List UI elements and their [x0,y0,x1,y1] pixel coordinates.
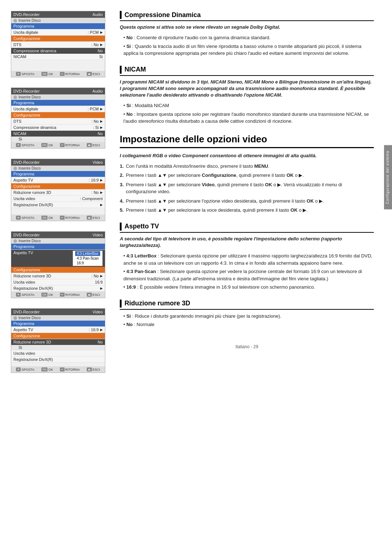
dvd-header-4: DVD-Recorder Video [11,232,105,238]
dvd-row-config-1: Configurazione [11,36,105,42]
section-riduzione: Riduzione rumore 3D Si : Riduce i distur… [120,300,374,328]
dvd-row-divx-4: Registrazione DivX(R) ▶ [11,285,105,292]
dvd-sub-label-1: Inserire Disco [19,19,41,23]
dvd-spacer-1 [11,60,105,71]
dvd-row-uscita-1: Uscita digitale : PCM ▶ [11,29,105,36]
dvd-row-config-4: Configurazione [11,267,105,273]
dvd-row-riduzione-4: Riduzione rumore 3D : No ▶ [11,273,105,279]
disc-icon-2 [13,95,17,99]
dvd-screen-2: DVD-Recorder Audio Inserire Disco Progra… [11,88,105,149]
dvd-option-si-2: Si [11,137,105,142]
dvd-footer-1: ✦ SPOSTA OK OK ↩ RITORNA ⏏ ESCI [11,71,105,77]
nicam-bullet-no: No : Impostare questa opzione solo per r… [120,111,374,125]
dvd-row-programma-5: Programma [11,321,105,327]
nicam-title: NICAM [120,66,374,76]
aspetto-option-letterbox: 4:3 LetterBox [75,251,100,256]
dvd-mode-2: Audio [93,89,103,93]
dvd-spacer-3 [11,208,105,215]
video-step-2: 2. Premere i tasti ▲▼ per selezionare Co… [120,172,374,179]
aspetto-bullet-panscan: 4:3 Pan-Scan : Selezionare questa opzion… [120,268,374,282]
section-nicam: NICAM I programmi NICAM si dividono in 3… [120,66,374,125]
dvd-title-3: DVD-Recorder [13,160,40,164]
dvd-spacer-5 [11,363,105,366]
dvd-row-compressione-1: Compressione dinamica No [11,48,105,54]
dvd-footer-4: ✦ SPOSTA OK OK ↩ RITORNA ⏏ ESCI [11,292,105,298]
dvd-row-riduzione-3: Riduzione rumore 3D : No ▶ [11,190,105,196]
dvd-row-nicam-1: NICAM Si [11,54,105,60]
dvd-row-uscitav-4: Uscita video 16:9 [11,279,105,285]
page-number: Italiano - 29 [236,344,258,349]
riduzione-title-bar [120,300,122,308]
dvd-subheader-3: Inserire Disco [11,166,105,171]
dvd-sub-label-3: Inserire Disco [19,166,41,170]
dvd-header-2: DVD-Recorder Audio [11,88,105,94]
dvd-row-config-5: Configurazione [11,333,105,339]
disc-icon-3 [13,167,17,170]
video-step-1: 1. Con l'unità in modalità Arresto/Inser… [120,163,374,170]
dvd-footer-3: ✦ SPOSTA OK OK ↩ RITORNA ⏏ ESCI [11,215,105,221]
dvd-option-si-5: Si [11,345,105,350]
dvd-mode-1: Audio [93,12,103,17]
aspetto-submenu: 4:3 LetterBox 4:3 Pan-Scan 16:9 [73,251,103,266]
riduzione-bullet-si: Si : Riduce i disturbi garantendo immagi… [120,313,374,320]
dvd-footer-5: ✦ SPOSTA OK OK ↩ RITORNA ⏏ ESCI [11,366,105,373]
sidebar-tab: Configurazione del sistema [384,145,392,210]
dvd-title-4: DVD-Recorder [13,233,40,237]
dvd-title-5: DVD-Recorder [13,310,40,314]
dvd-row-config-3: Configurazione [11,183,105,190]
dvd-title-1: DVD-Recorder [13,12,40,17]
dvd-mode-3: Video [93,160,103,164]
riduzione-title: Riduzione rumore 3D [120,300,374,310]
compressione-bullet-si: Si : Quando la traccia audio di un film … [120,43,374,57]
dvd-screen-4: DVD-Recorder Video Inserire Disco Progra… [11,231,105,298]
disc-icon-4 [13,239,17,243]
dvd-row-programma-2: Programma [11,100,105,106]
dvd-subheader-5: Inserire Disco [11,315,105,321]
section-video: Impostazione delle opzioni video I colle… [120,134,374,214]
dvd-row-programma-3: Programma [11,171,105,177]
dvd-subheader-4: Inserire Disco [11,238,105,244]
video-step-5: 5. Premere i tasti ▲▼ per selezionare la… [120,207,374,214]
dvd-screen-5: DVD-Recorder Video Inserire Disco Progra… [11,308,105,373]
dvd-sub-label-4: Inserire Disco [19,239,41,243]
dvd-screen-1: DVD-Recorder Audio Inserire Disco Progra… [11,11,105,77]
aspetto-title-bar [120,223,122,231]
dvd-row-nicam-2: NICAM No [11,131,105,137]
left-column: DVD-Recorder Audio Inserire Disco Progra… [0,0,113,557]
dvd-title-2: DVD-Recorder [13,89,40,93]
dvd-row-uscitav-3: Uscita video : Component [11,196,105,202]
section-compressione: Compressione Dinamica Questa opzione si … [120,11,374,57]
aspetto-option-169: 16:9 [75,261,100,265]
video-step-4: 4. Premere i tasti ▲▼ per selezionare l'… [120,198,374,205]
dvd-row-riduzione-5: Riduzione rumore 3D No [11,339,105,345]
disc-icon-1 [13,19,17,23]
dvd-header-1: DVD-Recorder Audio [11,11,105,18]
compressione-title-bar [120,11,122,19]
dvd-row-divx-3: Registrazione DivX(R) ▶ [11,202,105,208]
dvd-subheader-1: Inserire Disco [11,18,105,23]
dvd-row-dts-1: DTS : No ▶ [11,42,105,48]
compressione-intro: Questa opzione si attiva solo se viene r… [120,24,374,31]
dvd-row-uscitav-5: Uscita video [11,350,105,357]
dvd-row-programma-4: Programma [11,244,105,250]
dvd-row-divx-5: Registrazione DivX(R) [11,357,105,363]
section-aspetto: Aspetto TV A seconda del tipo di televis… [120,223,374,291]
dvd-row-dts-2: DTS : No ▶ [11,118,105,125]
aspetto-option-panscan: 4:3 Pan-Scan [75,256,100,261]
dvd-row-uscita-2: Uscita digitale : PCM ▶ [11,106,105,112]
aspetto-intro: A seconda del tipo di televisore in uso,… [120,236,374,249]
video-intro: I collegamenti RGB o video Component con… [120,153,374,159]
dvd-header-3: DVD-Recorder Video [11,159,105,166]
dvd-screen-3: DVD-Recorder Video Inserire Disco Progra… [11,159,105,221]
aspetto-title: Aspetto TV [120,223,374,233]
aspetto-bullet-169: 16:9 : È possibile vedere l'intera immag… [120,284,374,291]
disc-icon-5 [13,316,17,320]
page-footer: Italiano - 29 [120,337,374,353]
nicam-title-bar [120,66,122,74]
dvd-row-aspetto-4: Aspetto TV 4:3 LetterBox 4:3 Pan-Scan 16… [11,250,105,267]
dvd-sub-label-2: Inserire Disco [19,95,41,99]
dvd-mode-4: Video [93,233,103,237]
nicam-intro: I programmi NICAM si dividono in 3 tipi.… [120,79,374,99]
dvd-row-config-2: Configurazione [11,112,105,118]
dvd-footer-2: ✦ SPOSTA OK OK ↩ RITORNA ⏏ ESCI [11,142,105,148]
